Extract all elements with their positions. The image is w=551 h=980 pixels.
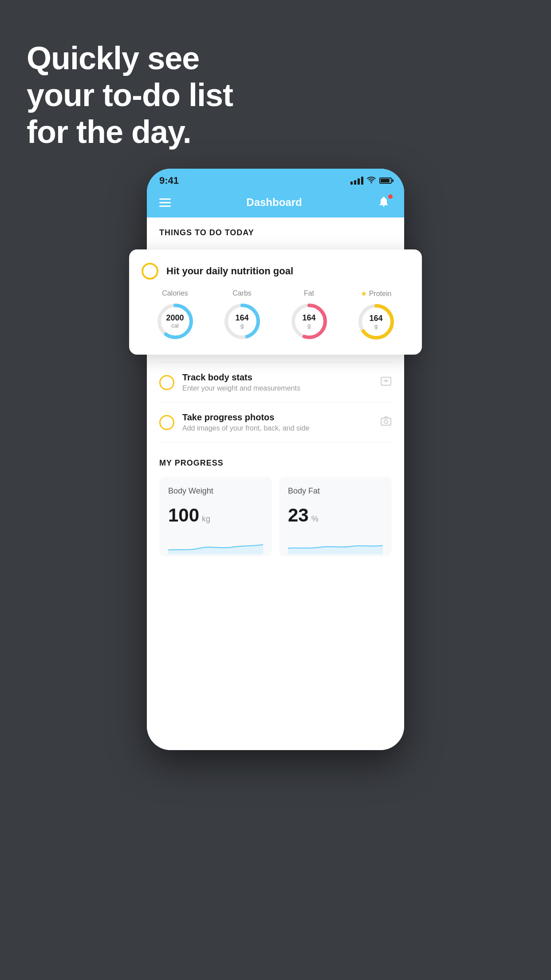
nutrition-item-calories: Calories 2000 cal xyxy=(156,289,195,341)
progress-card-fat-title: Body Fat xyxy=(288,486,383,496)
nutrition-label-calories: Calories xyxy=(162,289,188,297)
status-time: 9:41 xyxy=(159,175,179,186)
donut-carbs-unit: g xyxy=(235,323,248,329)
nutrition-circles: Calories 2000 cal Carbs xyxy=(142,289,409,341)
donut-fat-value: 164 xyxy=(302,314,315,323)
nutrition-item-protein: ★ Protein 164 g xyxy=(357,289,396,341)
nutrition-check-circle xyxy=(142,263,158,280)
todo-subtitle-photos: Add images of your front, back, and side xyxy=(182,424,380,432)
star-icon: ★ xyxy=(361,289,367,298)
donut-protein: 164 g xyxy=(357,302,396,341)
svg-rect-1 xyxy=(381,418,391,425)
donut-calories-value: 2000 xyxy=(166,314,184,323)
weight-sparkline xyxy=(168,537,263,554)
donut-protein-value: 164 xyxy=(369,314,382,323)
progress-section: MY PROGRESS Body Weight 100 kg xyxy=(147,443,404,569)
nutrition-card-title: Hit your daily nutrition goal xyxy=(166,265,293,277)
donut-calories: 2000 cal xyxy=(156,302,195,341)
progress-cards: Body Weight 100 kg Body Fat xyxy=(159,477,392,569)
todo-item-body-stats[interactable]: Track body stats Enter your weight and m… xyxy=(159,363,392,403)
todo-item-photos[interactable]: Take progress photos Add images of your … xyxy=(159,403,392,443)
donut-fat: 164 g xyxy=(290,302,329,341)
nav-bar: Dashboard xyxy=(147,190,404,217)
headline-line3: for the day. xyxy=(27,114,233,150)
todo-text-body-stats: Track body stats Enter your weight and m… xyxy=(182,372,380,392)
todo-circle-body-stats xyxy=(159,375,174,390)
donut-carbs: 164 g xyxy=(223,302,262,341)
nutrition-card-header: Hit your daily nutrition goal xyxy=(142,263,409,280)
headline-line1: Quickly see xyxy=(27,40,233,77)
nutrition-item-carbs: Carbs 164 g xyxy=(223,289,262,341)
signal-bars-icon xyxy=(350,177,363,185)
donut-calories-unit: cal xyxy=(166,323,184,329)
svg-point-2 xyxy=(384,420,388,423)
fat-sparkline xyxy=(288,537,383,554)
scale-icon xyxy=(380,376,392,389)
status-bar: 9:41 xyxy=(147,169,404,190)
battery-icon xyxy=(379,178,392,184)
todo-text-photos: Take progress photos Add images of your … xyxy=(182,412,380,432)
progress-weight-unit: kg xyxy=(202,514,210,524)
nutrition-label-fat: Fat xyxy=(304,289,314,297)
nutrition-item-fat: Fat 164 g xyxy=(290,289,329,341)
notification-dot xyxy=(388,194,393,199)
progress-header: MY PROGRESS xyxy=(159,458,392,468)
donut-fat-unit: g xyxy=(302,323,315,329)
progress-card-fat[interactable]: Body Fat 23 % xyxy=(279,477,392,556)
things-todo-header: THINGS TO DO TODAY xyxy=(147,217,404,243)
progress-card-weight-title: Body Weight xyxy=(168,486,263,496)
todo-subtitle-body-stats: Enter your weight and measurements xyxy=(182,384,380,392)
wifi-icon xyxy=(367,176,376,186)
progress-card-weight[interactable]: Body Weight 100 kg xyxy=(159,477,272,556)
headline-line2: your to-do list xyxy=(27,77,233,114)
progress-fat-value: 23 xyxy=(288,505,309,526)
progress-fat-unit: % xyxy=(311,514,319,524)
headline: Quickly see your to-do list for the day. xyxy=(27,40,233,150)
hamburger-menu-button[interactable] xyxy=(159,198,171,207)
notification-bell-icon[interactable] xyxy=(378,195,392,209)
todo-title-body-stats: Track body stats xyxy=(182,372,380,383)
donut-protein-unit: g xyxy=(369,323,382,329)
todo-title-photos: Take progress photos xyxy=(182,412,380,423)
nutrition-label-protein: ★ Protein xyxy=(361,289,392,298)
progress-fat-value-row: 23 % xyxy=(288,505,383,526)
nutrition-label-carbs: Carbs xyxy=(232,289,252,297)
nutrition-card[interactable]: Hit your daily nutrition goal Calories 2… xyxy=(129,249,422,355)
progress-weight-value-row: 100 kg xyxy=(168,505,263,526)
nav-title: Dashboard xyxy=(246,196,302,209)
svg-point-3 xyxy=(382,419,383,420)
progress-weight-value: 100 xyxy=(168,505,199,526)
photo-icon xyxy=(380,416,392,429)
status-icons xyxy=(350,176,392,186)
todo-circle-photos xyxy=(159,415,174,430)
donut-carbs-value: 164 xyxy=(235,314,248,323)
